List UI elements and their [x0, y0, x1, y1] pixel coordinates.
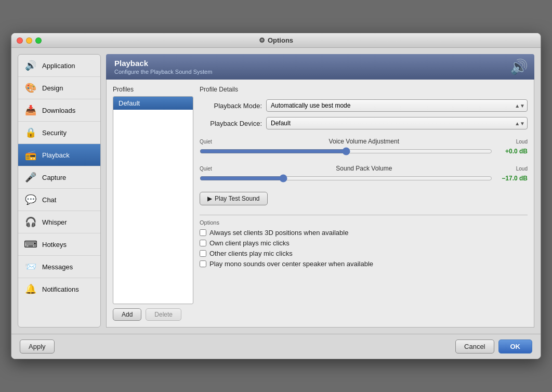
option-row-2: Own client plays mic clicks	[200, 239, 528, 247]
option-row-1: Always set clients 3D positions when ava…	[200, 229, 528, 237]
panel-subtitle: Configure the Playback Sound System	[114, 69, 212, 75]
gear-icon: ⚙	[259, 36, 265, 44]
titlebar: ⚙ Options	[11, 33, 541, 48]
window-title: ⚙ Options	[259, 36, 293, 44]
title-text: Options	[268, 36, 293, 44]
bottom-right-buttons: Cancel OK	[455, 339, 532, 354]
sidebar-item-messages[interactable]: 📨 Messages	[18, 256, 100, 278]
option-label-3d: Always set clients 3D positions when ava…	[209, 229, 348, 237]
option-label-other-mic: Other clients play mic clicks	[209, 250, 293, 257]
ok-button[interactable]: OK	[498, 339, 533, 354]
voice-volume-slider[interactable]	[200, 147, 492, 155]
voice-quiet-label: Quiet	[200, 139, 212, 145]
playback-mode-row: Playback Mode: Automatically use best mo…	[200, 99, 528, 112]
option-checkbox-other-mic[interactable]	[200, 250, 206, 257]
messages-icon: 📨	[23, 259, 38, 274]
cancel-button[interactable]: Cancel	[455, 339, 494, 354]
sidebar-item-whisper[interactable]: 🎧 Whisper	[18, 211, 100, 233]
test-sound-label: Play Test Sound	[215, 195, 260, 202]
sidebar-label-whisper: Whisper	[42, 218, 67, 226]
sidebar-item-security[interactable]: 🔒 Security	[18, 122, 100, 144]
close-button[interactable]	[17, 37, 23, 44]
main-content: 🔊 Application 🎨 Design 📥 Downloads 🔒 Sec…	[11, 48, 541, 334]
option-checkbox-mono[interactable]	[200, 260, 206, 267]
right-panel: Playback Configure the Playback Sound Sy…	[106, 54, 534, 328]
options-label: Options	[200, 219, 528, 226]
playback-device-row: Playback Device: Default Speakers Headph…	[200, 117, 528, 129]
sidebar-item-hotkeys[interactable]: ⌨ Hotkeys	[18, 233, 100, 256]
downloads-icon: 📥	[23, 103, 38, 117]
profile-name: Default	[119, 99, 140, 107]
voice-volume-header: Quiet Voice Volume Adjustment Loud	[200, 138, 528, 145]
whisper-icon: 🎧	[23, 215, 38, 229]
panel-body: Profiles Default Add Delete Profile Deta…	[106, 80, 534, 328]
option-checkbox-3d[interactable]	[200, 229, 206, 236]
play-test-sound-button[interactable]: ▶ Play Test Sound	[200, 192, 268, 205]
voice-volume-title: Voice Volume Adjustment	[329, 138, 399, 145]
panel-header: Playback Configure the Playback Sound Sy…	[106, 54, 534, 80]
voice-loud-label: Loud	[516, 139, 528, 145]
sound-pack-header: Quiet Sound Pack Volume Loud	[200, 165, 528, 172]
playback-icon: 📻	[23, 148, 38, 162]
security-icon: 🔒	[23, 125, 38, 140]
sidebar-item-playback[interactable]: 📻 Playback	[18, 144, 100, 166]
sidebar-label-chat: Chat	[42, 196, 56, 204]
sidebar-label-application: Application	[42, 62, 75, 70]
sidebar-label-security: Security	[42, 129, 67, 137]
panel-title: Playback	[114, 59, 212, 68]
voice-slider-container: +0.0 dB	[200, 147, 528, 155]
playback-device-wrapper: Default Speakers Headphones ▲▼	[266, 117, 528, 129]
sidebar-label-downloads: Downloads	[42, 107, 75, 114]
option-label-own-mic: Own client plays mic clicks	[209, 239, 290, 247]
sidebar-label-messages: Messages	[42, 263, 73, 271]
chat-icon: 💬	[23, 192, 38, 207]
option-label-mono: Play mono sounds over center speaker whe…	[209, 260, 373, 268]
notifications-icon: 🔔	[23, 282, 38, 296]
profile-details: Profile Details Playback Mode: Automatic…	[200, 86, 528, 321]
sidebar-label-hotkeys: Hotkeys	[42, 241, 67, 249]
traffic-lights	[17, 37, 42, 44]
sound-pack-title: Sound Pack Volume	[336, 165, 392, 172]
hotkeys-icon: ⌨	[23, 237, 38, 252]
option-row-4: Play mono sounds over center speaker whe…	[200, 260, 528, 268]
sidebar-label-notifications: Notifications	[42, 285, 79, 293]
profile-details-label: Profile Details	[200, 86, 528, 93]
option-checkbox-own-mic[interactable]	[200, 240, 206, 246]
application-icon: 🔊	[23, 58, 38, 73]
maximize-button[interactable]	[35, 37, 42, 44]
sidebar-label-design: Design	[42, 84, 63, 92]
option-row-3: Other clients play mic clicks	[200, 250, 528, 257]
sound-pack-value: −17.0 dB	[496, 175, 528, 182]
sidebar-item-application[interactable]: 🔊 Application	[18, 55, 100, 77]
design-icon: 🎨	[23, 81, 38, 95]
sidebar-item-downloads[interactable]: 📥 Downloads	[18, 99, 100, 122]
voice-volume-value: +0.0 dB	[496, 148, 528, 155]
sidebar-item-chat[interactable]: 💬 Chat	[18, 189, 100, 211]
sidebar-label-playback: Playback	[42, 151, 70, 159]
profiles-list: Default	[113, 96, 193, 304]
playback-mode-wrapper: Automatically use best mode DirectSound …	[266, 99, 528, 112]
profile-item-default[interactable]: Default	[113, 97, 193, 110]
sound-slider-container: −17.0 dB	[200, 174, 528, 182]
playback-mode-select[interactable]: Automatically use best mode DirectSound …	[266, 99, 528, 112]
sound-pack-slider[interactable]	[200, 174, 492, 182]
sidebar-item-notifications[interactable]: 🔔 Notifications	[18, 278, 100, 300]
main-window: ⚙ Options 🔊 Application 🎨 Design 📥 Downl…	[11, 33, 541, 359]
sound-loud-label: Loud	[516, 166, 528, 172]
apply-button[interactable]: Apply	[20, 339, 55, 354]
options-section: Options Always set clients 3D positions …	[200, 215, 528, 268]
play-icon: ▶	[207, 195, 212, 202]
capture-icon: 🎤	[23, 170, 38, 185]
profiles-label: Profiles	[113, 86, 193, 93]
delete-profile-button[interactable]: Delete	[146, 308, 181, 321]
minimize-button[interactable]	[26, 37, 32, 44]
panel-header-left: Playback Configure the Playback Sound Sy…	[114, 59, 212, 75]
voice-volume-section: Quiet Voice Volume Adjustment Loud +0.0 …	[200, 138, 528, 182]
sound-quiet-label: Quiet	[200, 166, 212, 172]
voice-volume-row: Quiet Voice Volume Adjustment Loud +0.0 …	[200, 138, 528, 155]
add-profile-button[interactable]: Add	[113, 308, 141, 321]
playback-device-select[interactable]: Default Speakers Headphones	[266, 117, 528, 129]
sound-pack-row: Quiet Sound Pack Volume Loud −17.0 dB	[200, 165, 528, 182]
sidebar-item-capture[interactable]: 🎤 Capture	[18, 166, 100, 189]
sidebar-item-design[interactable]: 🎨 Design	[18, 77, 100, 99]
